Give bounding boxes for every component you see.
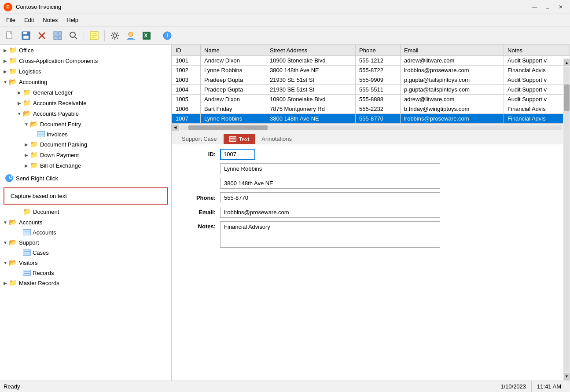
svg-point-16 [113, 34, 117, 37]
expand-icon-logistics[interactable]: ▶ [2, 68, 9, 75]
phone-input[interactable] [220, 192, 440, 203]
cell-name: Lynne Robbins [201, 66, 266, 75]
sidebar-item-invoices[interactable]: Invoices [0, 129, 171, 139]
sidebar-item-bill-of-exchange[interactable]: ▶ 📁 Bill of Exchange [0, 160, 171, 171]
expand-icon-accounts-section[interactable]: ▼ [2, 219, 9, 226]
menu-notes[interactable]: Notes [38, 15, 62, 25]
app-title: Contoso Invoicing [16, 4, 529, 10]
table-row[interactable]: 1005Andrew Dixon10900 Stonelake Blvd555-… [172, 95, 570, 104]
sidebar-label-records: Records [33, 270, 54, 276]
table-row[interactable]: 1002Lynne Robbins3800 148th Ave NE555-87… [172, 66, 570, 75]
menu-edit[interactable]: Edit [20, 15, 38, 25]
grid-button[interactable] [50, 28, 65, 43]
expand-icon-cross-app[interactable]: ▶ [2, 57, 9, 64]
sidebar-item-down-payment[interactable]: ▶ 📁 Down Payment [0, 150, 171, 160]
sidebar-item-accounts-payable[interactable]: ▼ 📂 Accounts Payable [0, 108, 171, 119]
notes-label: Notes: [180, 221, 216, 230]
table-scroll-area[interactable]: ID Name Street Address Phone Email Notes… [172, 45, 570, 124]
hscroll-left-arrow[interactable]: ◀ [172, 125, 179, 131]
status-text: Ready [4, 383, 495, 390]
svg-line-21 [112, 33, 113, 33]
notes-textarea[interactable] [220, 221, 440, 248]
expand-icon-document-entry[interactable]: ▼ [23, 121, 30, 128]
expand-icon-down-payment[interactable]: ▶ [23, 151, 30, 158]
expand-icon-document-parking[interactable]: ▶ [23, 141, 30, 148]
tab-annotations[interactable]: Annotations [255, 133, 298, 144]
folder-icon-logistics: 📁 [9, 67, 17, 75]
col-email: Email [400, 45, 504, 56]
expand-icon-visitors[interactable]: ▼ [2, 259, 9, 266]
tab-support-case[interactable]: Support Case [175, 133, 224, 144]
cell-notes: Audit Support v [504, 56, 570, 66]
excel-button[interactable]: X [139, 28, 154, 43]
menu-help[interactable]: Help [62, 15, 83, 25]
cell-phone: 555-8770 [356, 114, 401, 124]
main-content: ▶ 📁 Office ▶ 📁 Cross-Application Compone… [0, 45, 570, 381]
sidebar-item-logistics[interactable]: ▶ 📁 Logistics [0, 66, 171, 77]
expand-icon-master-records[interactable]: ▶ [2, 279, 9, 286]
hscroll-track[interactable] [180, 125, 562, 130]
table-row[interactable]: 1004Pradeep Gupta21930 SE 51st St555-551… [172, 85, 570, 95]
sidebar-item-master-records[interactable]: ▶ 📁 Master Records [0, 278, 171, 288]
address-input[interactable] [220, 178, 440, 189]
search-button[interactable] [66, 28, 81, 43]
table-hscrollbar[interactable]: ◀ ▶ [172, 124, 570, 131]
capture-based-on-text[interactable]: Capture based on text [4, 187, 168, 205]
send-right-click[interactable]: ↺ Send Right Click [0, 171, 171, 186]
id-input[interactable] [220, 149, 255, 160]
expand-icon-support[interactable]: ▼ [2, 239, 9, 246]
sidebar-label-general-ledger: General Ledger [33, 89, 73, 96]
sidebar-item-accounts-receivable[interactable]: ▶ 📁 Accounts Receivable [0, 98, 171, 108]
expand-icon-accounts-receivable[interactable]: ▶ [16, 99, 23, 106]
sidebar-label-cross-app: Cross-Application Components [19, 58, 98, 64]
table-row[interactable]: 1006Bart Friday7875 Montgomery Rd555-223… [172, 104, 570, 114]
cell-id: 1005 [172, 95, 201, 104]
expand-icon-office[interactable]: ▶ [2, 47, 9, 54]
sidebar-item-cases[interactable]: Cases [0, 248, 171, 257]
right-click-icon: ↺ [5, 174, 13, 182]
table-row[interactable]: 1007Lynne Robbins3800 148th Ave NE555-87… [172, 114, 570, 124]
table-row[interactable]: 1001Andrew Dixon10900 Stonelake Blvd555-… [172, 56, 570, 66]
expand-icon-general-ledger[interactable]: ▶ [16, 89, 23, 96]
cell-id: 1001 [172, 56, 201, 66]
sidebar-item-document-parking[interactable]: ▶ 📁 Document Parking [0, 139, 171, 150]
settings-button[interactable] [107, 28, 122, 43]
close-button[interactable]: ✕ [555, 3, 566, 11]
sidebar-item-general-ledger[interactable]: ▶ 📁 General Ledger [0, 87, 171, 98]
maximize-button[interactable]: □ [542, 3, 553, 11]
hscroll-thumb[interactable] [188, 125, 268, 130]
sidebar-item-accounting[interactable]: ▼ 📂 Accounting [0, 77, 171, 87]
sidebar-item-office[interactable]: ▶ 📁 Office [0, 45, 171, 55]
sidebar-item-visitors[interactable]: ▼ 📂 Visitors [0, 257, 171, 268]
sidebar-item-document-entry[interactable]: ▼ 📂 Document Entry [0, 119, 171, 129]
sidebar-label-support: Support [19, 239, 39, 246]
sidebar-label-bill-of-exchange: Bill of Exchange [40, 162, 81, 169]
cell-notes: Financial Advis [504, 114, 570, 124]
email-input[interactable] [220, 207, 440, 218]
sidebar-item-records[interactable]: Records [0, 268, 171, 278]
user-button[interactable] [123, 28, 138, 43]
delete-button[interactable] [34, 28, 49, 43]
tab-text[interactable]: Text [224, 134, 255, 144]
info-button[interactable]: i [160, 28, 175, 43]
menu-file[interactable]: File [2, 15, 20, 25]
sidebar-item-document[interactable]: 📁 Document [0, 206, 171, 217]
new-button[interactable] [3, 28, 18, 43]
cell-name: Pradeep Gupta [201, 85, 266, 95]
table-row[interactable]: 1003Pradeep Gupta21930 SE 51st St555-990… [172, 75, 570, 85]
svg-line-11 [75, 37, 77, 39]
expand-icon-bill-of-exchange[interactable]: ▶ [23, 162, 30, 169]
minimize-button[interactable]: — [529, 3, 540, 11]
cell-email: p.gupta@tailspintoys.com [400, 85, 504, 95]
sidebar-item-cross-app[interactable]: ▶ 📁 Cross-Application Components [0, 55, 171, 66]
sidebar-item-accounts-section[interactable]: ▼ 📂 Accounts [0, 217, 171, 227]
folder-icon-bill-of-exchange: 📁 [30, 161, 38, 169]
sidebar-item-accounts-table[interactable]: Accounts [0, 227, 171, 237]
expand-icon-accounting[interactable]: ▼ [2, 78, 9, 85]
form-row-name [220, 163, 561, 174]
sidebar-item-support[interactable]: ▼ 📂 Support [0, 237, 171, 248]
name-input[interactable] [220, 163, 440, 174]
save-button[interactable] [18, 28, 33, 43]
expand-icon-accounts-payable[interactable]: ▼ [16, 110, 23, 117]
note-button[interactable] [87, 28, 102, 43]
